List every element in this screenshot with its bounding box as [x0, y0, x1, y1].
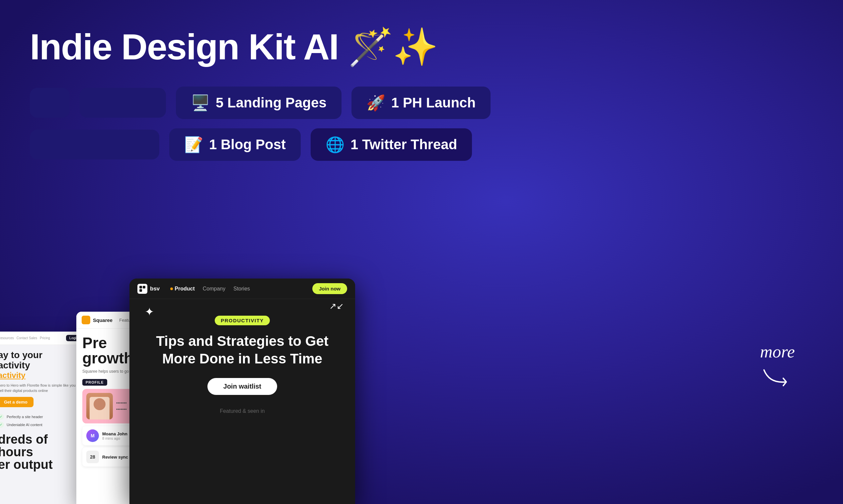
dark-nav-product[interactable]: Product: [170, 286, 194, 292]
product-dot: [170, 287, 173, 290]
join-now-btn[interactable]: Join now: [312, 283, 347, 294]
curvy-arrow-icon: [759, 363, 801, 393]
svg-rect-0: [139, 286, 142, 288]
profile-badge: PROFILE: [82, 379, 107, 385]
review-label: Review sync: [102, 455, 128, 460]
squaree-logo: Squaree: [82, 316, 113, 324]
avatar-body: [90, 397, 109, 419]
squaree-name: Squaree: [93, 317, 113, 323]
page-title: Indie Design Kit AI 🪄✨: [30, 26, 813, 67]
check-2: ✓: [0, 422, 4, 428]
moana-time: 8 mins ago: [102, 436, 127, 440]
svg-rect-1: [143, 286, 145, 288]
big-text-1: dreds of hours: [0, 433, 82, 458]
get-demo-btn[interactable]: Get a demo: [0, 397, 34, 407]
profile-avatar: [86, 393, 113, 419]
landing-emoji: 🖥️: [191, 94, 210, 112]
placeholder-1: [30, 88, 70, 118]
arrows-icon: ↗↙: [329, 301, 344, 311]
date-box: 28: [86, 451, 99, 463]
profile-placeholder-1: •••••••: [116, 400, 127, 406]
badges-row-1: 🖥️ 5 Landing Pages 🚀 1 PH Launch: [30, 87, 813, 119]
sparkle-icon: ✦: [145, 305, 154, 318]
dark-nav-links: Product Company Stories: [170, 286, 250, 292]
dark-headline: Tips and Strategies to Get More Done in …: [153, 332, 332, 367]
featured-text: Featured & seen in: [153, 408, 332, 414]
blog-emoji: 📝: [184, 136, 203, 154]
badge-landing[interactable]: 🖥️ 5 Landing Pages: [176, 87, 342, 119]
far-left-nav: Resources Contact Sales Pricing Login: [0, 331, 86, 345]
productivity-tag: PRODUCTIVITY: [215, 316, 270, 325]
badge-twitter[interactable]: 🌐 1 Twitter Thread: [311, 128, 472, 161]
svg-rect-2: [139, 289, 142, 292]
dark-nav-stories[interactable]: Stories: [233, 286, 250, 292]
bullet-1: ✓ Perfectly a site header: [0, 414, 82, 420]
more-section: more: [760, 342, 800, 391]
main-content: Indie Design Kit AI 🪄✨ 🖥️ 5 Landing Page…: [0, 0, 843, 161]
far-left-accent: activity: [0, 371, 82, 380]
screenshot-far-left: Resources Contact Sales Pricing Login ay…: [0, 331, 86, 504]
twitter-label: 1 Twitter Thread: [350, 137, 457, 152]
blog-label: 1 Blog Post: [209, 137, 286, 152]
nav-contact: Contact Sales: [17, 336, 37, 340]
far-left-sub: Zero to Hero with Florette flow is simpl…: [0, 383, 82, 394]
far-left-title: ay to your: [0, 350, 82, 360]
placeholder-3: [30, 130, 159, 160]
preview-area: Resources Contact Sales Pricing Login ay…: [0, 272, 843, 504]
dark-nav-bar: bsv Product Company Stories Join now: [130, 278, 355, 299]
badge-blog[interactable]: 📝 1 Blog Post: [169, 128, 301, 161]
more-label: more: [760, 342, 800, 361]
nav-resources: Resources: [0, 336, 14, 340]
title-emoji: 🪄✨: [348, 26, 437, 67]
dark-logo-icon: [137, 284, 148, 294]
far-left-body: ay to your activity activity Zero to Her…: [0, 345, 86, 476]
avatar-head: [93, 398, 105, 410]
screenshot-main-dark: bsv Product Company Stories Join now ✦ ↗…: [130, 278, 355, 504]
dark-main-content: PRODUCTIVITY Tips and Strategies to Get …: [130, 299, 355, 431]
squaree-logo-icon: [82, 316, 90, 324]
moana-info: Moana John 8 mins ago: [102, 431, 127, 440]
title-text: Indie Design Kit AI: [30, 26, 339, 67]
profile-placeholder-2: •••••••: [116, 407, 127, 412]
dark-logo-text: bsv: [150, 286, 160, 292]
big-text-2: er output: [0, 458, 82, 471]
twitter-emoji: 🌐: [326, 136, 344, 154]
dark-logo: bsv: [137, 284, 160, 294]
big-text-section: dreds of hours er output: [0, 433, 82, 471]
far-left-title2: activity: [0, 360, 82, 371]
placeholder-2: [80, 88, 166, 118]
profile-info: ••••••• •••••••: [116, 400, 127, 412]
badges-row-2: 📝 1 Blog Post 🌐 1 Twitter Thread: [30, 128, 813, 161]
feature-bullets: ✓ Perfectly a site header ✓ Undeniable A…: [0, 414, 82, 428]
badge-ph[interactable]: 🚀 1 PH Launch: [351, 87, 491, 119]
waitlist-btn[interactable]: Join waitlist: [207, 378, 277, 395]
moana-avatar: M: [86, 429, 99, 442]
check-1: ✓: [0, 414, 4, 420]
ph-emoji: 🚀: [366, 94, 385, 112]
nav-pricing: Pricing: [40, 336, 50, 340]
moana-name: Moana John: [102, 431, 127, 436]
landing-label: 5 Landing Pages: [216, 95, 327, 111]
bullet-2: ✓ Undeniable AI content: [0, 422, 82, 428]
ph-label: 1 PH Launch: [391, 95, 476, 111]
dark-nav-company[interactable]: Company: [203, 286, 225, 292]
